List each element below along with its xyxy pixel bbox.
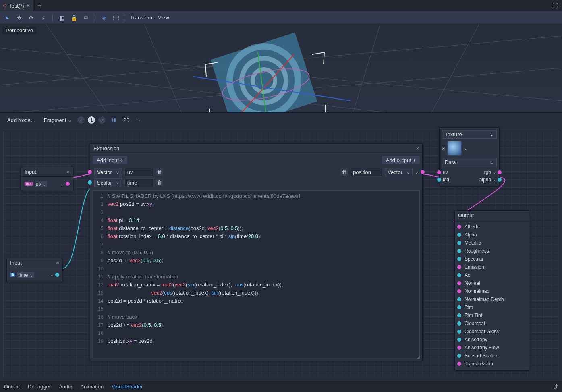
node-header[interactable]: Expression × (90, 144, 422, 153)
dock-tab-audio[interactable]: Audio (59, 384, 72, 390)
scale-tool-icon[interactable]: ⤢ (39, 14, 48, 22)
shader-mode-select[interactable]: Fragment (42, 116, 74, 124)
scene-tab[interactable]: Test(*) × (0, 0, 33, 11)
output-port[interactable] (498, 170, 502, 174)
input-port[interactable] (457, 265, 461, 269)
output-port[interactable] (421, 170, 425, 174)
output-slot-label: Rim (465, 305, 473, 310)
delete-icon[interactable]: 🗑 (156, 168, 163, 176)
output-node[interactable]: Output AlbedoAlphaMetallicRoughnessSpecu… (454, 210, 529, 371)
input-type-select[interactable]: Scalar (94, 178, 122, 187)
input-port[interactable] (457, 249, 461, 253)
group-icon[interactable]: ⧉ (82, 14, 90, 22)
resize-handle-icon[interactable]: ◢ (417, 355, 421, 360)
dock-tab-animation[interactable]: Animation (80, 384, 104, 390)
output-type-select[interactable]: Vector (385, 168, 413, 176)
texture-thumbnail[interactable] (447, 141, 462, 156)
close-icon[interactable]: × (416, 145, 419, 151)
snap-config-icon[interactable]: ⋮⋮ (112, 14, 120, 22)
chevron-down-icon[interactable]: ⌄ (415, 170, 418, 174)
close-icon[interactable]: × (56, 260, 59, 266)
texture-type-select[interactable]: Texture (442, 130, 497, 139)
input-node-uv[interactable]: Input × uc3 uv ⌄ ⌄ (21, 167, 73, 191)
input-port[interactable] (457, 273, 461, 277)
texture-data-select[interactable]: Data (442, 158, 497, 166)
input-port[interactable] (457, 281, 461, 285)
input-port[interactable] (457, 313, 461, 317)
input-port[interactable] (457, 305, 461, 309)
input-port[interactable] (457, 225, 461, 229)
close-icon[interactable]: × (66, 169, 70, 175)
chevron-down-icon[interactable]: ⌄ (493, 178, 496, 182)
input-source-select[interactable]: time ⌄ (17, 272, 34, 278)
input-port[interactable] (88, 170, 92, 174)
expand-icon[interactable]: ⛶ (548, 2, 562, 9)
zoom-out-button[interactable]: − (77, 116, 85, 124)
expression-node[interactable]: Expression × Add input + Add output + Ve… (90, 143, 423, 361)
input-port[interactable] (457, 289, 461, 293)
new-tab-button[interactable]: + (33, 2, 45, 9)
graph-canvas[interactable]: Input × uc3 uv ⌄ ⌄ Input × (0, 127, 562, 381)
lock-icon[interactable]: 🔒 (70, 14, 78, 22)
node-header[interactable]: Output (455, 211, 529, 220)
node-header[interactable]: Input × (7, 258, 62, 268)
transform-menu[interactable]: Transform (130, 15, 154, 21)
input-port[interactable] (457, 354, 461, 358)
code-editor[interactable]: 1// SWIRL SHADER by LKS (https://www.red… (93, 190, 420, 358)
add-input-button[interactable]: Add input + (93, 156, 127, 164)
input-type-select[interactable]: Vector (94, 168, 122, 176)
chevron-down-icon[interactable]: ⌄ (50, 273, 54, 277)
input-port[interactable] (457, 321, 461, 326)
input-name-field[interactable] (124, 168, 153, 176)
dock-tab-visualshader[interactable]: VisualShader (112, 384, 143, 390)
delete-icon[interactable]: 🗑 (340, 168, 348, 176)
dock-toggle-icon[interactable]: ⇵ (554, 384, 558, 390)
move-tool-icon[interactable]: ✥ (15, 14, 23, 22)
chevron-down-icon[interactable]: ⌄ (464, 146, 467, 151)
zoom-reset-button[interactable]: 1 (88, 116, 95, 124)
grid-snap-icon[interactable]: ⫿⫿ (110, 116, 118, 124)
zoom-value-field[interactable]: 20 (122, 117, 142, 123)
chevron-down-icon[interactable]: ⌄ (493, 170, 496, 174)
viewport-3d[interactable]: Perspective (0, 24, 562, 113)
select-tool-icon[interactable]: ▸ (3, 14, 11, 22)
output-slot-label: Clearcoat Gloss (465, 329, 499, 334)
view-menu[interactable]: View (158, 15, 169, 21)
reset-icon[interactable]: ⎘ (442, 146, 445, 151)
input-port[interactable] (457, 297, 461, 301)
delete-icon[interactable]: 🗑 (156, 179, 163, 186)
input-port[interactable] (457, 233, 461, 237)
input-port[interactable] (437, 178, 441, 182)
add-node-button[interactable]: Add Node… (5, 116, 38, 124)
dock-tab-debugger[interactable]: Debugger (28, 384, 51, 390)
input-port[interactable] (457, 330, 461, 334)
input-port[interactable] (457, 257, 461, 261)
chevron-down-icon[interactable]: ⌄ (61, 182, 64, 186)
input-source-select[interactable]: uv ⌄ (35, 181, 48, 187)
input-node-time[interactable]: Input × flt time ⌄ ⌄ (6, 258, 63, 282)
rotate-tool-icon[interactable]: ⟳ (27, 14, 35, 22)
add-output-button[interactable]: Add output + (382, 156, 420, 164)
input-port[interactable] (457, 346, 461, 350)
output-name-field[interactable] (350, 168, 382, 176)
close-icon[interactable]: × (27, 2, 30, 9)
snap-cube-icon[interactable]: ◈ (100, 14, 108, 22)
texture-node[interactable]: Texture ⎘ ⌄ Data uv rgb⌄lod alpha⌄ (439, 127, 500, 186)
output-port[interactable] (55, 273, 59, 277)
input-port[interactable] (88, 180, 92, 185)
tab-bar: Test(*) × + ⛶ (0, 0, 562, 11)
output-slot-label: Transmission (465, 361, 493, 367)
input-name-field[interactable] (124, 178, 153, 187)
local-space-icon[interactable]: ▦ (58, 14, 66, 22)
dock-tab-output[interactable]: Output (4, 384, 20, 390)
output-port[interactable] (498, 178, 502, 182)
bottom-panel-tabs: OutputDebuggerAudioAnimationVisualShader… (0, 381, 562, 392)
node-header[interactable]: Input × (21, 167, 73, 177)
input-port[interactable] (437, 170, 441, 174)
zoom-in-button[interactable]: + (98, 116, 106, 124)
output-port[interactable] (66, 182, 70, 186)
input-port[interactable] (457, 241, 461, 245)
output-slot-label: Specular (465, 256, 483, 262)
input-port[interactable] (457, 362, 461, 366)
input-port[interactable] (457, 338, 461, 342)
